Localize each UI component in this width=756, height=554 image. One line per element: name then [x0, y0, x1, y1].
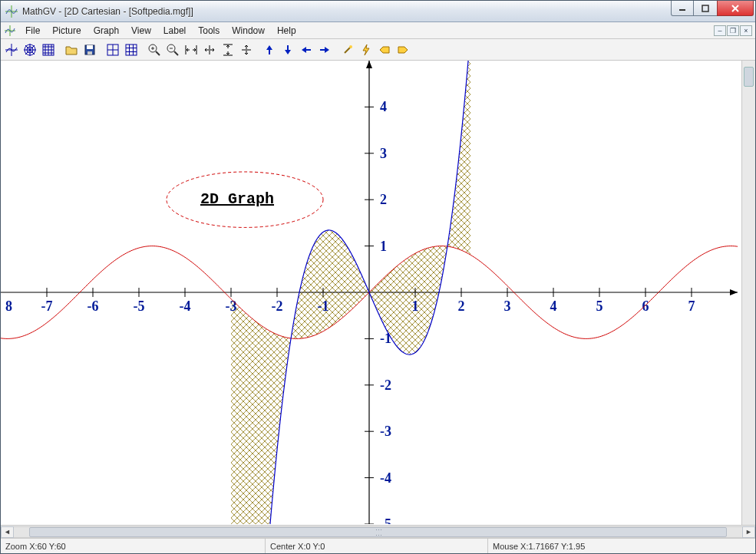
save-icon[interactable]: [81, 41, 99, 59]
maximize-button[interactable]: [694, 1, 717, 16]
fit-vert-out-icon[interactable]: [237, 41, 256, 59]
scroll-right-button[interactable]: ►: [742, 526, 755, 538]
svg-text:6: 6: [642, 298, 649, 314]
svg-text:4: 4: [550, 298, 557, 314]
mdi-minimize-button[interactable]: –: [714, 25, 726, 36]
svg-text:-2: -2: [380, 378, 391, 393]
tag-left-icon[interactable]: [375, 41, 394, 59]
status-center: Center X:0 Y:0: [266, 539, 488, 553]
wand-icon[interactable]: [338, 41, 357, 59]
mdi-window-controls: – ❐ ×: [714, 25, 752, 36]
svg-text:-6: -6: [87, 298, 99, 314]
minimize-button[interactable]: [671, 1, 694, 16]
close-button[interactable]: [717, 1, 754, 16]
bolt-icon[interactable]: [357, 41, 375, 59]
menu-label[interactable]: Label: [157, 24, 192, 38]
svg-rect-29: [126, 45, 137, 55]
svg-text:2: 2: [458, 298, 465, 314]
menu-help[interactable]: Help: [271, 24, 302, 38]
grid-large-icon[interactable]: [104, 41, 122, 59]
svg-text:-5: -5: [380, 516, 391, 524]
svg-text:3: 3: [380, 146, 387, 161]
menu-picture[interactable]: Picture: [46, 24, 87, 38]
menu-graph[interactable]: Graph: [87, 24, 125, 38]
plot-canvas[interactable]: -7-6-5-4-3-2-112345678-5-4-3-2-11234 2D …: [1, 61, 755, 525]
svg-text:-5: -5: [134, 298, 145, 314]
annotation-label[interactable]: 2D Graph: [200, 190, 274, 208]
vertical-scrollbar[interactable]: [744, 67, 754, 87]
svg-rect-24: [87, 45, 93, 49]
app-icon: [5, 5, 18, 18]
svg-text:-4: -4: [380, 470, 391, 486]
svg-text:2: 2: [380, 192, 387, 207]
svg-line-35: [156, 51, 160, 55]
svg-text:5: 5: [596, 298, 603, 314]
cartesian-2d-icon[interactable]: [2, 41, 21, 59]
fit-horiz-in-icon[interactable]: [182, 41, 200, 59]
polar-icon[interactable]: [21, 41, 39, 59]
arrow-up-icon[interactable]: [260, 41, 279, 59]
toolbar: [1, 39, 755, 61]
svg-text:3: 3: [504, 298, 511, 314]
scroll-track[interactable]: [14, 526, 742, 538]
svg-text:4: 4: [380, 99, 387, 114]
horizontal-scrollbar[interactable]: ◄ ►: [1, 525, 755, 538]
menu-tools[interactable]: Tools: [192, 24, 226, 38]
tag-right-icon[interactable]: [394, 41, 412, 59]
svg-rect-25: [87, 51, 92, 54]
fit-vert-in-icon[interactable]: [219, 41, 237, 59]
svg-point-48: [349, 45, 352, 48]
svg-line-39: [174, 51, 178, 55]
statusbar: Zoom X:60 Y:60 Center X:0 Y:0 Mouse X:1.…: [1, 538, 755, 553]
svg-text:-4: -4: [180, 298, 191, 314]
mdi-close-button[interactable]: ×: [740, 25, 752, 36]
arrow-right-icon[interactable]: [315, 41, 334, 59]
cartesian-3d-icon[interactable]: [39, 41, 58, 59]
arrow-down-icon[interactable]: [279, 41, 297, 59]
window-controls: [671, 1, 754, 16]
status-zoom: Zoom X:60 Y:60: [1, 539, 266, 553]
grid-small-icon[interactable]: [122, 41, 140, 59]
zoom-in-icon[interactable]: [145, 41, 163, 59]
svg-rect-3: [702, 5, 708, 12]
svg-text:-3: -3: [380, 424, 391, 439]
content-area: -7-6-5-4-3-2-112345678-5-4-3-2-11234 2D …: [1, 61, 755, 538]
svg-text:7: 7: [688, 298, 695, 314]
svg-text:-7: -7: [41, 298, 53, 314]
svg-text:-3: -3: [226, 298, 237, 314]
zoom-out-icon[interactable]: [163, 41, 182, 59]
menu-file[interactable]: File: [19, 24, 46, 38]
app-window: MathGV - [2D Cartesian - [Softpedia.mgf]…: [0, 0, 756, 554]
scroll-left-button[interactable]: ◄: [1, 526, 14, 538]
menu-window[interactable]: Window: [226, 24, 271, 38]
titlebar: MathGV - [2D Cartesian - [Softpedia.mgf]…: [1, 1, 755, 22]
svg-text:-1: -1: [318, 298, 329, 314]
fit-horiz-out-icon[interactable]: [200, 41, 219, 59]
svg-text:-2: -2: [272, 298, 283, 314]
arrow-left-icon[interactable]: [297, 41, 315, 59]
window-title: MathGV - [2D Cartesian - [Softpedia.mgf]…: [22, 6, 754, 17]
svg-text:8: 8: [5, 298, 12, 314]
scroll-thumb[interactable]: [29, 527, 727, 537]
mdi-restore-button[interactable]: ❐: [727, 25, 739, 36]
svg-text:1: 1: [412, 298, 419, 314]
menu-view[interactable]: View: [125, 24, 157, 38]
mdi-doc-icon: [4, 25, 16, 37]
menubar: File Picture Graph View Label Tools Wind…: [1, 22, 755, 39]
svg-text:-1: -1: [380, 331, 391, 346]
status-mouse: Mouse X:1.71667 Y:1.95: [488, 539, 755, 553]
svg-text:1: 1: [380, 239, 387, 254]
open-icon[interactable]: [62, 41, 81, 59]
